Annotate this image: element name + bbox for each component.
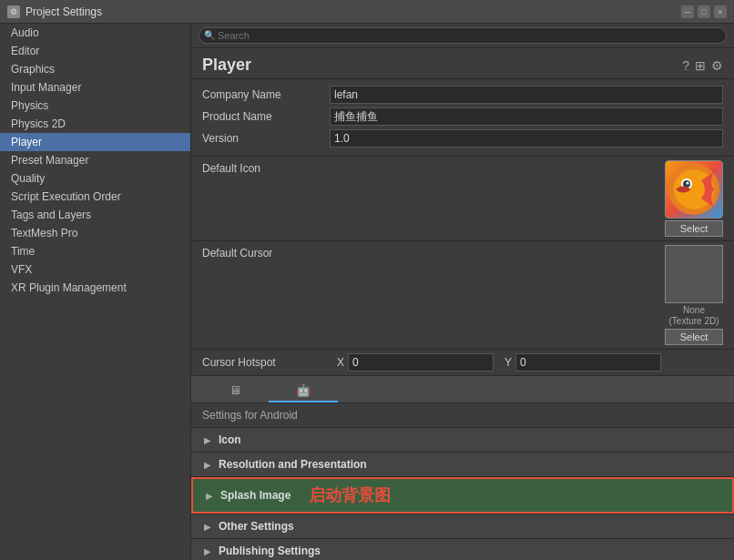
collapsible-header-publishing-settings[interactable]: ▶Publishing Settings bbox=[191, 539, 734, 560]
hotspot-x-input[interactable] bbox=[348, 353, 494, 372]
settings-platform-label: Settings for Android bbox=[191, 403, 734, 428]
default-icon-image bbox=[665, 160, 723, 219]
sidebar-item-physics[interactable]: Physics bbox=[0, 97, 190, 115]
company-name-input[interactable] bbox=[330, 86, 723, 104]
close-button[interactable]: × bbox=[714, 5, 727, 18]
splash-annotation: 启动背景图 bbox=[309, 484, 391, 506]
sidebar-item-input-manager[interactable]: Input Manager bbox=[0, 78, 190, 97]
basic-fields-section: Company Name Product Name Version bbox=[191, 79, 734, 157]
product-name-row: Product Name bbox=[202, 107, 723, 127]
company-name-row: Company Name bbox=[202, 85, 723, 105]
company-name-value bbox=[330, 86, 723, 104]
cursor-right bbox=[337, 245, 658, 345]
settings-icon[interactable]: ⚙ bbox=[711, 58, 723, 73]
sidebar-item-preset-manager[interactable]: Preset Manager bbox=[0, 151, 190, 169]
collapsible-title: Resolution and Presentation bbox=[219, 458, 367, 471]
cursor-none-label: None(Texture 2D) bbox=[668, 305, 719, 327]
sidebar-item-time[interactable]: Time bbox=[0, 242, 190, 260]
collapsible-arrow-icon: ▶ bbox=[202, 459, 213, 470]
product-name-label: Product Name bbox=[202, 110, 330, 123]
collapsible-title: Icon bbox=[219, 433, 241, 446]
product-name-input[interactable] bbox=[330, 107, 723, 126]
sidebar-item-vfx[interactable]: VFX bbox=[0, 260, 190, 279]
icon-display-area bbox=[337, 160, 658, 237]
default-icon-label: Default Icon bbox=[202, 160, 330, 237]
svg-point-4 bbox=[687, 182, 689, 185]
sidebar-item-tags-and-layers[interactable]: Tags and Layers bbox=[0, 206, 190, 224]
cursor-select-button[interactable]: Select bbox=[665, 329, 723, 345]
collapsible-section: ▶Icon bbox=[191, 428, 734, 453]
hotspot-x-label: X bbox=[337, 356, 344, 369]
platform-tabs: 🖥 🤖 bbox=[191, 376, 734, 403]
default-cursor-label: Default Cursor bbox=[202, 245, 330, 345]
cursor-box-right: None(Texture 2D) Select bbox=[665, 245, 723, 345]
page-title: Player bbox=[202, 56, 682, 75]
collapsible-arrow-icon: ▶ bbox=[204, 490, 215, 501]
search-icon: 🔍 bbox=[204, 30, 215, 40]
collapsible-sections: ▶Icon▶Resolution and Presentation▶Splash… bbox=[191, 428, 734, 560]
version-input[interactable] bbox=[330, 129, 723, 148]
collapsible-section: ▶Other Settings bbox=[191, 514, 734, 539]
version-label: Version bbox=[202, 132, 330, 145]
title-bar-title: Project Settings bbox=[25, 5, 102, 18]
sidebar: AudioEditorGraphicsInput ManagerPhysicsP… bbox=[0, 24, 191, 560]
collapsible-header-icon[interactable]: ▶Icon bbox=[191, 428, 734, 452]
hotspot-y-input[interactable] bbox=[515, 353, 661, 372]
collapsible-section: ▶Resolution and Presentation bbox=[191, 453, 734, 477]
title-bar: ⚙ Project Settings ─ □ × bbox=[0, 0, 734, 24]
version-value bbox=[330, 129, 723, 148]
help-icon[interactable]: ? bbox=[682, 58, 689, 73]
collapsible-header-resolution-and-presentation[interactable]: ▶Resolution and Presentation bbox=[191, 453, 734, 476]
product-name-value bbox=[330, 107, 723, 126]
company-name-label: Company Name bbox=[202, 88, 330, 101]
fish-svg bbox=[667, 162, 721, 217]
default-icon-section: Default Icon Select bbox=[191, 157, 734, 241]
collapsible-title: Other Settings bbox=[219, 520, 294, 533]
collapsible-title: Splash Image bbox=[220, 489, 291, 502]
collapsible-arrow-icon: ▶ bbox=[202, 521, 213, 532]
sidebar-item-graphics[interactable]: Graphics bbox=[0, 60, 190, 78]
reference-icon[interactable]: ⊞ bbox=[695, 58, 706, 73]
collapsible-title: Publishing Settings bbox=[219, 545, 321, 557]
collapsible-section: ▶Publishing Settings bbox=[191, 539, 734, 560]
sidebar-item-quality[interactable]: Quality bbox=[0, 169, 190, 188]
default-icon-select-button[interactable]: Select bbox=[665, 220, 723, 237]
content-area: 🔍 Player ? ⊞ ⚙ Company Name Product Name bbox=[191, 24, 734, 560]
tab-desktop[interactable]: 🖥 bbox=[202, 380, 269, 402]
title-bar-controls: ─ □ × bbox=[681, 5, 727, 18]
sidebar-item-audio[interactable]: Audio bbox=[0, 24, 190, 42]
main-layout: AudioEditorGraphicsInput ManagerPhysicsP… bbox=[0, 24, 734, 560]
sidebar-item-editor[interactable]: Editor bbox=[0, 42, 190, 60]
hotspot-x-group: X bbox=[337, 353, 494, 372]
cursor-hotspot-label: Cursor Hotspot bbox=[202, 356, 330, 369]
sidebar-item-xr-plugin-management[interactable]: XR Plugin Management bbox=[0, 279, 190, 297]
collapsible-section: ▶Splash Image启动背景图 bbox=[191, 477, 734, 514]
version-row: Version bbox=[202, 128, 723, 148]
hotspot-y-group: Y bbox=[505, 353, 661, 372]
player-header: Player ? ⊞ ⚙ bbox=[191, 48, 734, 79]
hotspot-y-label: Y bbox=[505, 356, 512, 369]
collapsible-arrow-icon: ▶ bbox=[202, 545, 213, 556]
collapsible-header-splash-image[interactable]: ▶Splash Image启动背景图 bbox=[191, 477, 734, 514]
maximize-button[interactable]: □ bbox=[698, 5, 710, 18]
search-input[interactable] bbox=[199, 27, 727, 44]
cursor-hotspot-section: Cursor Hotspot X Y bbox=[191, 350, 734, 376]
sidebar-item-physics-2d[interactable]: Physics 2D bbox=[0, 115, 190, 133]
search-input-wrap: 🔍 bbox=[199, 27, 727, 44]
minimize-button[interactable]: ─ bbox=[681, 5, 694, 18]
search-bar: 🔍 bbox=[191, 24, 734, 48]
player-header-icons: ? ⊞ ⚙ bbox=[682, 58, 723, 73]
cursor-none-image bbox=[665, 245, 723, 303]
hotspot-xy: X Y bbox=[337, 353, 723, 372]
sidebar-item-player[interactable]: Player bbox=[0, 133, 190, 151]
tab-android[interactable]: 🤖 bbox=[269, 380, 338, 402]
title-bar-icon: ⚙ bbox=[7, 5, 20, 18]
icon-box-right: Select bbox=[665, 160, 723, 237]
sidebar-item-textmesh-pro[interactable]: TextMesh Pro bbox=[0, 224, 190, 242]
sidebar-item-script-execution-order[interactable]: Script Execution Order bbox=[0, 188, 190, 206]
collapsible-arrow-icon: ▶ bbox=[202, 434, 213, 445]
default-cursor-section: Default Cursor None(Texture 2D) Select bbox=[191, 241, 734, 350]
collapsible-header-other-settings[interactable]: ▶Other Settings bbox=[191, 514, 734, 538]
